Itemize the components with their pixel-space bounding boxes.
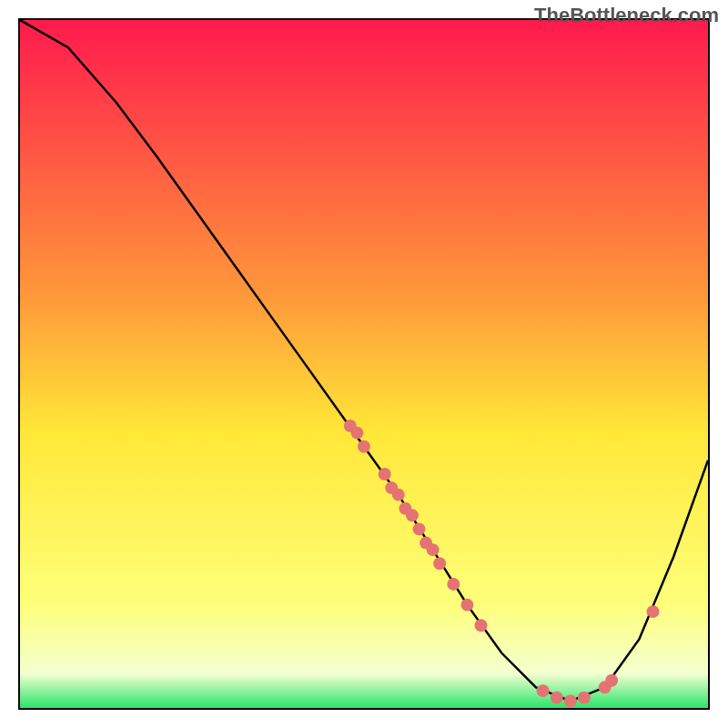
plot-area [18,18,710,710]
data-marker [578,692,591,704]
data-marker [605,674,618,687]
data-marker [350,427,363,440]
data-marker [392,489,405,501]
data-marker [379,468,391,480]
data-marker [460,599,473,612]
watermark-text: TheBottleneck.com [534,4,719,27]
data-markers [344,420,660,707]
data-marker [406,509,419,521]
data-marker [551,692,563,704]
data-marker [647,605,660,618]
data-marker [413,522,426,535]
chart-container: TheBottleneck.com [0,0,728,728]
data-marker [564,694,577,707]
data-marker [447,578,460,591]
bottleneck-curve [20,20,708,701]
data-marker [537,684,550,697]
data-marker [427,543,440,556]
curve-layer [20,20,708,708]
data-marker [475,619,488,632]
data-marker [358,440,370,453]
data-marker [433,557,446,570]
